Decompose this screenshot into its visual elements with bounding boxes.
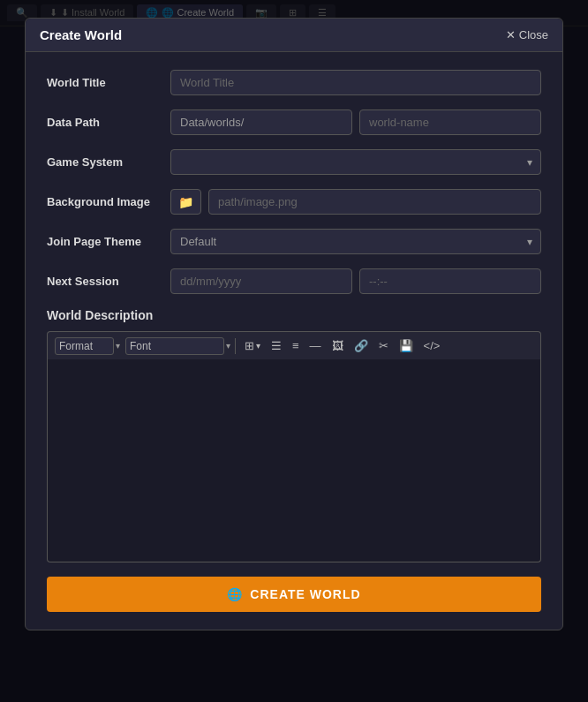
table-chevron-icon: ▾: [256, 341, 260, 351]
create-world-modal: Create World ✕ Close World Title Data Pa…: [25, 18, 563, 630]
next-session-label: Next Session: [47, 275, 170, 288]
join-page-theme-select[interactable]: Default Light Dark: [170, 229, 541, 254]
game-system-label: Game System: [47, 155, 170, 169]
modal-close-button[interactable]: ✕ Close: [506, 28, 548, 42]
data-path-label: Data Path: [47, 116, 170, 129]
background-image-row: Background Image 📁: [47, 189, 541, 215]
world-name-input[interactable]: [359, 109, 541, 135]
folder-icon: 📁: [178, 195, 193, 209]
game-system-select[interactable]: Pathfinder D&D 5e Call of Cthulhu: [170, 149, 541, 175]
format-dropdown[interactable]: Format Heading 1 Heading 2 Paragraph: [55, 337, 120, 355]
image-icon: 🖼: [332, 339, 343, 352]
toolbar-save-button[interactable]: 💾: [395, 336, 418, 355]
background-image-controls: 📁: [170, 189, 541, 215]
modal-header: Create World ✕ Close: [26, 19, 562, 52]
modal-overlay: Create World ✕ Close World Title Data Pa…: [0, 0, 588, 702]
toolbar-image-button[interactable]: 🖼: [328, 336, 348, 355]
background-image-browse-button[interactable]: 📁: [170, 189, 201, 215]
world-description-editor[interactable]: [47, 359, 541, 562]
hr-icon: —: [310, 339, 321, 352]
join-page-theme-controls: Default Light Dark: [170, 229, 541, 254]
create-world-submit-button[interactable]: 🌐 CREATE WORLD: [47, 577, 541, 612]
data-path-row: Data Path: [47, 109, 541, 135]
font-dropdown[interactable]: Font Arial Times New Roman: [125, 337, 230, 355]
toolbar-code-button[interactable]: </>: [419, 336, 445, 355]
ordered-list-icon: ≡: [292, 339, 299, 352]
world-title-row: World Title: [47, 70, 541, 95]
data-path-prefix-input[interactable]: [170, 109, 352, 135]
world-description-title: World Description: [47, 308, 541, 322]
next-session-controls: [170, 268, 541, 294]
game-system-row: Game System Pathfinder D&D 5e Call of Ct…: [47, 149, 541, 175]
unlink-icon: ✂: [379, 339, 388, 352]
link-icon: 🔗: [354, 339, 368, 352]
create-world-submit-label: CREATE WORLD: [250, 587, 360, 601]
bullet-list-icon: ☰: [271, 339, 282, 352]
world-title-input[interactable]: [170, 70, 541, 95]
background-image-path-input[interactable]: [208, 189, 541, 215]
world-title-label: World Title: [47, 76, 170, 89]
join-page-theme-wrapper: Default Light Dark: [170, 229, 541, 254]
toolbar-hr-button[interactable]: —: [305, 336, 326, 355]
next-session-date-input[interactable]: [170, 268, 352, 294]
game-system-wrapper: Pathfinder D&D 5e Call of Cthulhu: [170, 149, 541, 175]
next-session-row: Next Session: [47, 268, 541, 294]
code-icon: </>: [424, 339, 441, 352]
modal-title: Create World: [40, 27, 122, 42]
rich-text-toolbar: Format Heading 1 Heading 2 Paragraph Fon…: [47, 331, 541, 359]
toolbar-table-button[interactable]: ⊞ ▾: [240, 336, 265, 355]
toolbar-divider-1: [235, 338, 236, 354]
table-icon: ⊞: [245, 339, 254, 352]
save-icon: 💾: [399, 339, 413, 352]
join-page-theme-row: Join Page Theme Default Light Dark: [47, 229, 541, 254]
next-session-time-input[interactable]: [359, 268, 541, 294]
format-select[interactable]: Format Heading 1 Heading 2 Paragraph: [55, 337, 114, 355]
toolbar-bullet-list-button[interactable]: ☰: [267, 336, 286, 355]
toolbar-ordered-list-button[interactable]: ≡: [288, 336, 304, 355]
toolbar-unlink-button[interactable]: ✂: [374, 336, 393, 355]
world-title-controls: [170, 70, 541, 95]
game-system-controls: Pathfinder D&D 5e Call of Cthulhu: [170, 149, 541, 175]
background-image-label: Background Image: [47, 195, 170, 208]
create-world-globe-icon: 🌐: [227, 587, 243, 601]
modal-body: World Title Data Path Game System: [26, 52, 562, 630]
join-page-theme-label: Join Page Theme: [47, 235, 170, 248]
close-label: Close: [519, 28, 548, 42]
toolbar-link-button[interactable]: 🔗: [350, 336, 373, 355]
font-select[interactable]: Font Arial Times New Roman: [125, 337, 224, 355]
close-x-icon: ✕: [506, 28, 516, 42]
data-path-controls: [170, 109, 541, 135]
world-description-section: World Description Format Heading 1 Headi…: [47, 308, 541, 562]
